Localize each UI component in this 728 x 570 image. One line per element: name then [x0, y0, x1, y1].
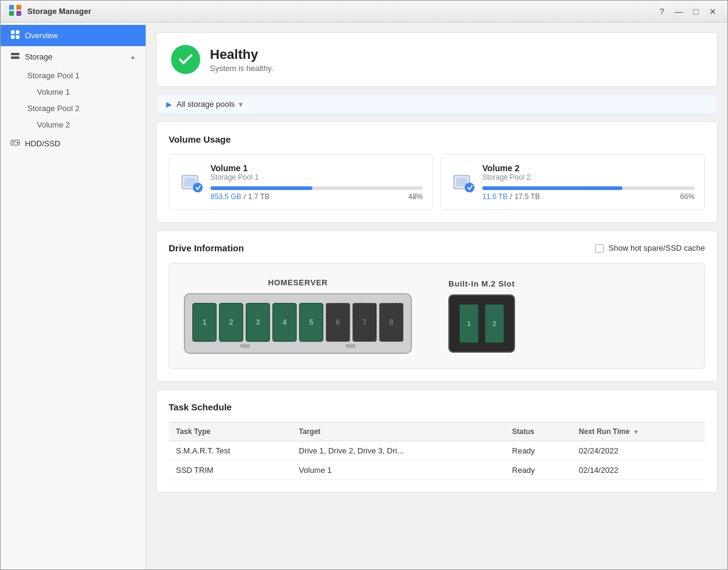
volume-card-2: Volume 2 Storage Pool 2 11.6 TB / 17.5 T — [440, 154, 705, 210]
trim-status: Ready — [505, 461, 571, 480]
titlebar-controls: ? — □ ✕ — [655, 4, 720, 19]
volume-usage-card: Volume Usage Volu — [156, 121, 718, 223]
m2-chassis: 1 2 — [448, 294, 515, 353]
health-card: Healthy System is healthy. — [156, 32, 718, 87]
svg-rect-4 — [11, 30, 15, 34]
sidebar-item-volume-1[interactable]: Volume 1 — [1, 84, 146, 100]
svg-rect-9 — [11, 56, 19, 59]
sidebar-item-overview-label: Overview — [25, 31, 58, 40]
sort-icon: ▼ — [633, 429, 639, 435]
m2-drive-1: 1 — [459, 304, 479, 343]
filter-label: All storage pools — [177, 100, 235, 109]
maximize-button[interactable]: □ — [689, 4, 703, 19]
homeserver-label: HOMESERVER — [184, 278, 412, 287]
sidebar: Overview Storage ▲ Storage Pool 1 Volume… — [1, 22, 146, 569]
titlebar-title: Storage Manager — [27, 7, 650, 16]
main-content: Healthy System is healthy. ▶ All storage… — [146, 22, 727, 569]
volume-1-pool: Storage Pool 1 — [211, 173, 423, 182]
col-status: Status — [505, 422, 571, 441]
volume-card-1: Volume 1 Storage Pool 1 853.5 GB / 1.7 T — [169, 154, 433, 210]
sidebar-item-storage-pool-1[interactable]: Storage Pool 1 — [1, 67, 146, 84]
sidebar-storage-label: Storage — [25, 52, 53, 61]
volume-1-name: Volume 1 — [211, 163, 423, 173]
smart-status: Ready — [505, 441, 571, 461]
svg-rect-6 — [11, 35, 15, 39]
minimize-button[interactable]: — — [672, 4, 686, 19]
chassis-feet — [192, 344, 403, 348]
svg-rect-7 — [16, 35, 19, 39]
svg-rect-5 — [16, 30, 19, 34]
overview-icon — [10, 30, 20, 41]
filter-bar[interactable]: ▶ All storage pools ▼ — [156, 94, 718, 114]
trim-task-type: SSD TRIM — [169, 461, 292, 480]
storage-icon — [10, 51, 20, 63]
smart-task-type: S.M.A.R.T. Test — [169, 441, 292, 461]
sidebar-item-hdd-ssd[interactable]: HDD/SSD — [1, 133, 146, 154]
sidebar-item-hdd-ssd-label: HDD/SSD — [25, 139, 61, 148]
svg-rect-3 — [16, 11, 21, 16]
volume-1-total: 1.7 TB — [248, 192, 269, 201]
volume-2-info: Volume 2 Storage Pool 2 11.6 TB / 17.5 T — [482, 163, 695, 201]
health-status: Healthy — [210, 47, 274, 63]
volume-2-pct: 66% — [680, 192, 695, 201]
chevron-up-icon: ▲ — [130, 53, 136, 60]
m2-drives: 1 2 — [459, 304, 504, 343]
volume-2-bar — [482, 186, 695, 190]
svg-rect-8 — [11, 53, 19, 55]
drive-diagram: HOMESERVER 1 2 3 4 5 6 7 8 — [169, 263, 705, 369]
svg-rect-13 — [12, 143, 15, 144]
drive-bay-8: 8 — [379, 303, 403, 342]
drive-info-title: Drive Information — [169, 243, 244, 253]
volume-1-pct: 48% — [408, 192, 423, 201]
show-hot-spare-checkbox[interactable] — [595, 244, 604, 253]
drive-bay-2: 2 — [219, 303, 243, 342]
titlebar: Storage Manager ? — □ ✕ — [1, 1, 727, 22]
app-icon — [8, 3, 22, 19]
drive-bay-7: 7 — [352, 303, 377, 342]
svg-point-16 — [193, 183, 203, 192]
volume-1-icon — [179, 170, 203, 194]
sidebar-item-overview[interactable]: Overview — [1, 25, 146, 46]
task-table-body: S.M.A.R.T. Test Drive 1, Drive 2, Drive … — [169, 441, 705, 480]
filter-chevron-icon: ▼ — [237, 101, 244, 108]
m2-label: Built-In M.2 Slot — [448, 279, 515, 288]
sidebar-item-volume-2[interactable]: Volume 2 — [1, 117, 146, 133]
task-header-row: Task Type Target Status Next Run Time ▼ — [169, 422, 705, 441]
drive-bays: 1 2 3 4 5 6 7 8 — [192, 303, 403, 342]
foot-right — [346, 344, 356, 348]
sidebar-storage-header[interactable]: Storage ▲ — [1, 46, 146, 67]
trim-target: Volume 1 — [292, 461, 505, 480]
health-text: Healthy System is healthy. — [210, 47, 274, 73]
drive-bay-3: 3 — [246, 303, 270, 342]
svg-point-11 — [17, 142, 19, 144]
health-subtitle: System is healthy. — [210, 64, 274, 73]
volume-1-sep: / — [244, 192, 246, 201]
volume-1-stats: 853.5 GB / 1.7 TB 48% — [211, 192, 423, 201]
svg-rect-12 — [12, 141, 16, 142]
health-icon — [171, 45, 200, 74]
hdd-ssd-icon — [10, 138, 20, 149]
smart-next-run: 02/24/2022 — [571, 441, 705, 461]
sidebar-item-storage-pool-2[interactable]: Storage Pool 2 — [1, 100, 146, 117]
foot-left — [240, 344, 250, 348]
help-button[interactable]: ? — [655, 4, 669, 19]
show-hot-spare-control[interactable]: Show hot spare/SSD cache — [595, 243, 705, 253]
drive-bay-1: 1 — [192, 303, 217, 342]
sidebar-group-storage: Storage ▲ Storage Pool 1 Volume 1 Storag… — [1, 46, 146, 133]
close-button[interactable]: ✕ — [706, 4, 720, 19]
task-schedule-title: Task Schedule — [169, 402, 705, 412]
drive-info-header: Drive Information Show hot spare/SSD cac… — [169, 243, 705, 253]
volume-1-used: 853.5 GB — [211, 192, 241, 201]
task-table-header: Task Type Target Status Next Run Time ▼ — [169, 422, 705, 441]
task-row-smart: S.M.A.R.T. Test Drive 1, Drive 2, Drive … — [169, 441, 705, 461]
trim-next-run: 02/14/2022 — [571, 461, 705, 480]
svg-rect-1 — [16, 5, 21, 10]
svg-rect-0 — [9, 5, 14, 10]
show-hot-spare-label: Show hot spare/SSD cache — [608, 243, 705, 253]
drive-bay-4: 4 — [272, 303, 297, 342]
volume-grid: Volume 1 Storage Pool 1 853.5 GB / 1.7 T — [169, 154, 705, 210]
m2-drive-2: 2 — [485, 304, 504, 343]
app-window: Storage Manager ? — □ ✕ Overview — [0, 0, 728, 570]
homeserver-section: HOMESERVER 1 2 3 4 5 6 7 8 — [184, 278, 412, 354]
volume-2-pool: Storage Pool 2 — [482, 173, 695, 182]
